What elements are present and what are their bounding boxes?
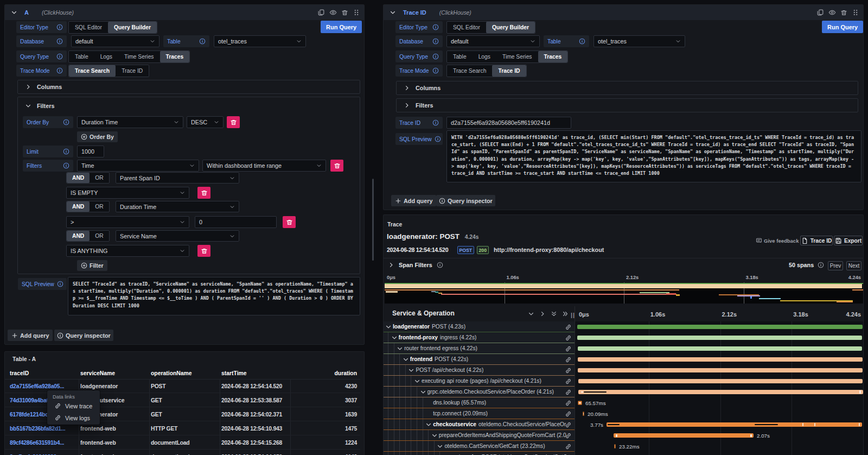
toggle-query-builder[interactable]: Query Builder: [108, 22, 157, 33]
export-button[interactable]: Export: [834, 236, 863, 245]
scrollbar-thumb[interactable]: [372, 179, 374, 261]
span-row[interactable]: oteldemo.CartService/GetCart (23.22ms)23…: [384, 441, 863, 452]
filter-field-select[interactable]: Duration Time: [116, 201, 239, 212]
info-icon[interactable]: [56, 53, 63, 60]
toggle-sql-editor[interactable]: SQL Editor: [447, 22, 486, 33]
query-row-header-a[interactable]: A (ClickHouse): [5, 5, 364, 20]
toggle-logs[interactable]: Logs: [473, 51, 496, 62]
span-bar[interactable]: [578, 346, 862, 351]
span-row[interactable]: loadgeneratorPOST (4.23s): [384, 321, 863, 332]
span-bar[interactable]: [614, 433, 754, 438]
chevron-down-icon[interactable]: [391, 334, 398, 341]
info-icon[interactable]: [56, 24, 63, 30]
toggle-visibility-icon[interactable]: [329, 9, 337, 16]
toggle-or[interactable]: OR: [90, 201, 108, 212]
span-link-icon[interactable]: [565, 443, 572, 450]
chevron-down-icon[interactable]: [408, 367, 414, 374]
collapse-query-icon[interactable]: [11, 9, 17, 16]
span-link-icon[interactable]: [565, 389, 572, 396]
filters-section-header[interactable]: Filters: [18, 99, 360, 112]
toggle-trace-search[interactable]: Trace Search: [447, 65, 492, 77]
toggle-or[interactable]: OR: [90, 231, 108, 241]
info-icon[interactable]: [432, 119, 439, 126]
span-link-icon[interactable]: [565, 367, 572, 374]
duplicate-query-icon[interactable]: [317, 9, 325, 16]
span-row[interactable]: router frontend egress (4.22s): [384, 343, 863, 354]
chevron-down-icon[interactable]: [420, 389, 426, 395]
table-header-startTime[interactable]: startTime: [221, 370, 247, 376]
run-query-button[interactable]: Run Query: [321, 21, 362, 33]
prev-span-button[interactable]: Prev: [828, 261, 843, 270]
query-row-header-trace-id[interactable]: Trace ID (ClickHouse): [384, 5, 863, 20]
chevron-down-icon[interactable]: [425, 421, 432, 428]
info-icon[interactable]: [56, 67, 63, 74]
info-icon[interactable]: [56, 38, 63, 45]
table-header-duration[interactable]: duration: [334, 370, 357, 376]
info-icon[interactable]: [57, 281, 63, 287]
toggle-and[interactable]: AND: [67, 201, 90, 212]
filter-value-input[interactable]: 0: [195, 216, 277, 228]
filter-field-select[interactable]: Service Name: [116, 230, 239, 242]
toggle-table[interactable]: Table: [447, 51, 473, 62]
span-link-icon[interactable]: [565, 334, 572, 342]
toggle-or[interactable]: OR: [90, 173, 108, 183]
table-header-serviceName[interactable]: serviceName: [80, 370, 115, 376]
span-bar[interactable]: [578, 368, 863, 372]
toggle-and[interactable]: AND: [67, 173, 90, 183]
info-icon[interactable]: [432, 53, 439, 60]
toggle-trace-id[interactable]: Trace ID: [116, 65, 149, 77]
span-link-icon[interactable]: [565, 378, 572, 385]
span-row[interactable]: frontendPOST (4.22s): [384, 354, 863, 365]
chevron-down-icon[interactable]: [414, 378, 420, 384]
span-bar[interactable]: [577, 325, 863, 329]
database-select[interactable]: default: [71, 35, 159, 47]
span-bar[interactable]: [614, 444, 616, 448]
span-filters-toggle[interactable]: Span Filters: [388, 262, 443, 268]
remove-filter-button[interactable]: [197, 187, 210, 199]
toggle-visibility-icon[interactable]: [828, 9, 836, 16]
info-icon[interactable]: [818, 262, 824, 268]
columns-section[interactable]: Columns: [396, 81, 858, 95]
trace-id-link[interactable]: 3ce7ccfc91941890c...: [10, 450, 79, 455]
database-select[interactable]: default: [446, 35, 540, 47]
info-icon[interactable]: [435, 136, 441, 142]
table-header-operationName[interactable]: operationName: [151, 370, 192, 376]
collapse-query-icon[interactable]: [390, 9, 396, 16]
query-inspector-button[interactable]: Query inspector: [436, 195, 495, 206]
toggle-traces[interactable]: Traces: [538, 51, 568, 62]
span-row[interactable]: frontend-proxyingress (4.22s): [384, 332, 863, 343]
next-span-button[interactable]: Next: [846, 261, 861, 270]
info-icon[interactable]: [432, 67, 439, 74]
trace-minimap[interactable]: [385, 282, 863, 304]
span-row[interactable]: dns.lookup (65.57ms)65.57ms: [384, 397, 863, 408]
toggle-table[interactable]: Table: [69, 51, 94, 62]
filter-operator-select[interactable]: >: [66, 216, 189, 228]
filter-field-select[interactable]: Parent Span ID: [116, 172, 239, 184]
span-link-icon[interactable]: [565, 356, 572, 363]
order-by-direction-select[interactable]: DESC: [187, 116, 224, 128]
remove-filter-button[interactable]: [197, 245, 210, 257]
toggle-trace-id[interactable]: Trace ID: [492, 65, 526, 77]
span-row[interactable]: POST /api/checkout (4.22s): [384, 365, 863, 376]
toggle-time-series[interactable]: Time Series: [118, 51, 160, 62]
info-icon[interactable]: [199, 38, 206, 45]
toggle-query-builder[interactable]: Query Builder: [486, 22, 535, 33]
info-icon[interactable]: [63, 162, 69, 169]
trace-id-link[interactable]: 89cf4286e631591b4...: [10, 435, 79, 450]
add-query-button[interactable]: Add query: [8, 330, 53, 341]
table-row[interactable]: 3ce7ccfc91941890c...frontend-webdocument…: [5, 450, 360, 455]
span-link-icon[interactable]: [565, 410, 572, 418]
span-row[interactable]: grpc.oteldemo.CheckoutService/PlaceOrder…: [384, 387, 863, 397]
filter-operator-select[interactable]: IS ANYTHING: [66, 245, 189, 257]
span-bar[interactable]: [578, 379, 863, 383]
span-row[interactable]: prepareOrderItemsAndShippingQuoteFromCar…: [384, 430, 863, 441]
run-query-button[interactable]: Run Query: [822, 21, 863, 33]
drag-handle-icon[interactable]: [852, 9, 859, 16]
drag-handle-icon[interactable]: [353, 9, 360, 16]
delete-query-icon[interactable]: [341, 9, 348, 16]
span-bar[interactable]: [577, 336, 862, 340]
filter-value-select[interactable]: Within dashboard time range: [202, 160, 326, 172]
add-filter-button[interactable]: Filter: [77, 260, 107, 271]
span-row[interactable]: cartservicePOST /oteldemo.CartService/Ge…: [384, 452, 863, 455]
span-row[interactable]: checkoutserviceoteldemo.CheckoutService/…: [384, 419, 863, 430]
